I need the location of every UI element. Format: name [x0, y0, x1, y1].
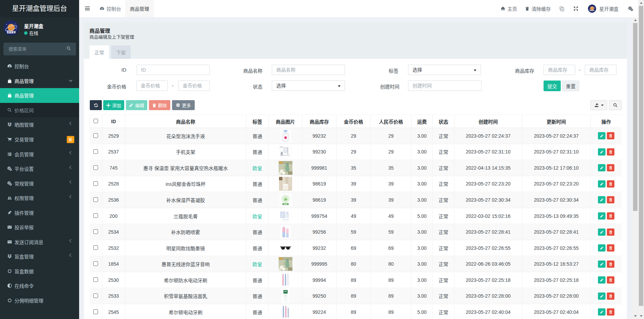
svg-text:盲盒星球: 盲盒星球	[7, 31, 16, 34]
svg-text:盲盒星球: 盲盒星球	[590, 10, 594, 11]
